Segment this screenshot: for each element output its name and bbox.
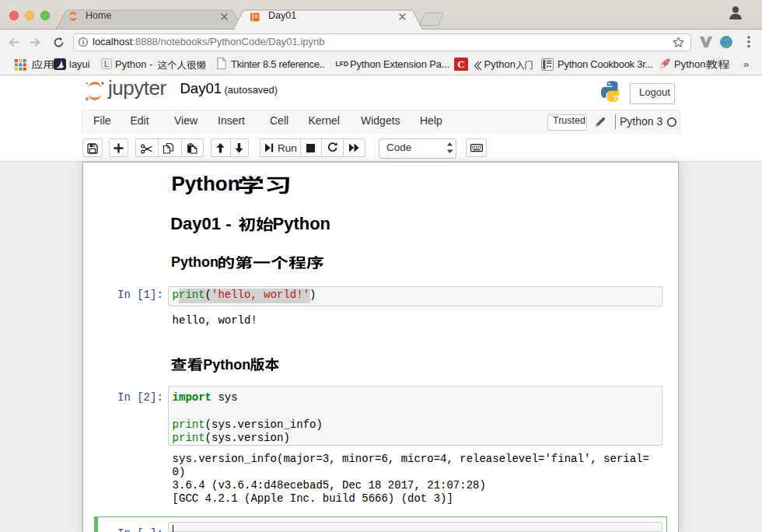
svg-text:L: L [104,59,109,68]
svg-text:C: C [457,58,465,70]
